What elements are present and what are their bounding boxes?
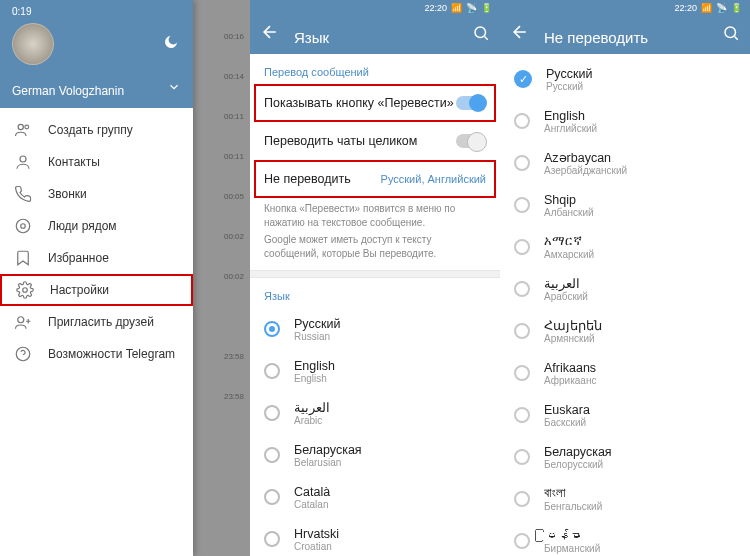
header: 22:20📶📡🔋 Язык <box>250 0 500 54</box>
radio-icon <box>264 405 280 421</box>
native-name: English <box>544 109 597 123</box>
status-time: 22:20 <box>424 3 447 13</box>
menu-nearby[interactable]: Люди рядом <box>0 210 193 242</box>
exclude-option[interactable]: EnglishАнглийский <box>500 100 750 142</box>
svg-point-9 <box>725 27 736 38</box>
exclude-option[interactable]: বাংলাБенгальский <box>500 478 750 520</box>
english-name: Croatian <box>294 541 339 552</box>
menu-features[interactable]: Возможности Telegram <box>0 338 193 370</box>
drawer-panel: 0:19 German Vologzhanin Создать группу К… <box>0 0 250 556</box>
language-names: РусскийRussian <box>294 317 340 342</box>
hint-line: Google может иметь доступ к тексту сообщ… <box>264 233 486 260</box>
drawer-header: 0:19 German Vologzhanin <box>0 0 193 108</box>
english-name: Arabic <box>294 415 330 426</box>
menu-calls[interactable]: Звонки <box>0 178 193 210</box>
circle-icon <box>514 449 530 465</box>
hint-line: Кнопка «Перевести» появится в меню по на… <box>264 202 486 229</box>
exclude-option[interactable]: العربيةАрабский <box>500 268 750 310</box>
circle-icon <box>514 407 530 423</box>
language-option[interactable]: HrvatskiCroatian <box>250 518 500 556</box>
search-icon[interactable] <box>722 24 740 46</box>
settings-scroll[interactable]: Перевод сообщений Показывать кнопку «Пер… <box>250 54 500 556</box>
language-names: HrvatskiCroatian <box>294 527 339 552</box>
english-name: Баскский <box>544 417 590 428</box>
toggle-on[interactable] <box>456 96 486 110</box>
row-label: Не переводить <box>264 172 351 186</box>
toggle-off[interactable] <box>456 134 486 148</box>
english-name: Азербайджанский <box>544 165 627 176</box>
language-names: РусскийРусский <box>546 67 592 92</box>
exclude-option[interactable]: AzərbaycanАзербайджанский <box>500 142 750 184</box>
native-name: العربية <box>294 400 330 415</box>
circle-icon <box>514 533 530 549</box>
radio-icon <box>264 321 280 337</box>
exclude-option[interactable]: ShqipАлбанский <box>500 184 750 226</box>
native-name: English <box>294 359 335 373</box>
native-name: Shqip <box>544 193 594 207</box>
native-name: Беларуская <box>294 443 362 457</box>
english-name: Албанский <box>544 207 594 218</box>
exclude-list: ✓РусскийРусскийEnglishАнглийскийAzərbayc… <box>500 54 750 556</box>
language-names: AzərbaycanАзербайджанский <box>544 150 627 176</box>
language-option[interactable]: العربيةArabic <box>250 392 500 434</box>
username: German Vologzhanin <box>12 84 124 98</box>
native-name: বাংলা <box>544 486 602 501</box>
language-names: EnglishАнглийский <box>544 109 597 134</box>
show-translate-row[interactable]: Показывать кнопку «Перевести» <box>250 84 500 122</box>
wifi-icon: 📡 <box>466 3 477 13</box>
avatar[interactable] <box>12 23 54 65</box>
english-name: Бенгальский <box>544 501 602 512</box>
menu-label: Избранное <box>48 251 109 265</box>
language-option[interactable]: БеларускаяBelarusian <box>250 434 500 476</box>
language-names: አማርኛАмхарский <box>544 234 594 260</box>
svg-point-0 <box>18 124 23 129</box>
radio-icon <box>264 489 280 505</box>
status-bar: 22:20📶📡🔋 <box>674 3 742 13</box>
english-name: English <box>294 373 335 384</box>
drawer-menu: Создать группу Контакты Звонки Люди рядо… <box>0 108 193 370</box>
circle-icon <box>514 365 530 381</box>
exclude-option[interactable]: አማርኛАмхарский <box>500 226 750 268</box>
native-name: မြန်မာ <box>544 529 600 543</box>
exclude-option[interactable]: AfrikaansАфрикаанс <box>500 352 750 394</box>
circle-icon <box>514 197 530 213</box>
translate-whole-row[interactable]: Переводить чаты целиком <box>250 122 500 160</box>
native-name: Afrikaans <box>544 361 596 375</box>
do-not-translate-row[interactable]: Не переводить Русский, Английский <box>250 160 500 198</box>
exclude-option[interactable]: မြန်မာБирманский <box>500 520 750 556</box>
english-name: Амхарский <box>544 249 594 260</box>
native-name: Azərbaycan <box>544 150 627 165</box>
back-icon[interactable] <box>510 22 530 46</box>
back-icon[interactable] <box>260 22 280 46</box>
language-names: EnglishEnglish <box>294 359 335 384</box>
exclude-option[interactable]: ✓РусскийРусский <box>500 58 750 100</box>
row-label: Переводить чаты целиком <box>264 134 417 148</box>
native-name: አማርኛ <box>544 234 594 249</box>
exclude-option[interactable]: EuskaraБаскский <box>500 394 750 436</box>
search-icon[interactable] <box>472 24 490 46</box>
exclude-option[interactable]: БеларускаяБелорусский <box>500 436 750 478</box>
menu-label: Настройки <box>50 283 109 297</box>
circle-icon <box>514 323 530 339</box>
moon-icon[interactable] <box>163 34 179 54</box>
signal-icon: 📶 <box>451 3 462 13</box>
circle-icon <box>514 281 530 297</box>
native-name: العربية <box>544 276 588 291</box>
exclude-scroll[interactable]: ✓РусскийРусскийEnglishАнглийскийAzərbayc… <box>500 54 750 556</box>
menu-invite[interactable]: Пригласить друзей <box>0 306 193 338</box>
language-option[interactable]: РусскийRussian <box>250 308 500 350</box>
menu-settings[interactable]: Настройки <box>0 274 193 306</box>
chevron-down-icon[interactable] <box>167 80 181 98</box>
svg-point-1 <box>25 125 29 129</box>
exclude-option[interactable]: ՀայերենАрмянский <box>500 310 750 352</box>
english-name: Бирманский <box>544 543 600 554</box>
language-option[interactable]: EnglishEnglish <box>250 350 500 392</box>
menu-contacts[interactable]: Контакты <box>0 146 193 178</box>
language-option[interactable]: CatalàCatalan <box>250 476 500 518</box>
english-name: Белорусский <box>544 459 612 470</box>
divider <box>250 270 500 278</box>
menu-saved[interactable]: Избранное <box>0 242 193 274</box>
native-name: Hrvatski <box>294 527 339 541</box>
menu-create-group[interactable]: Создать группу <box>0 114 193 146</box>
language-names: বাংলাБенгальский <box>544 486 602 512</box>
